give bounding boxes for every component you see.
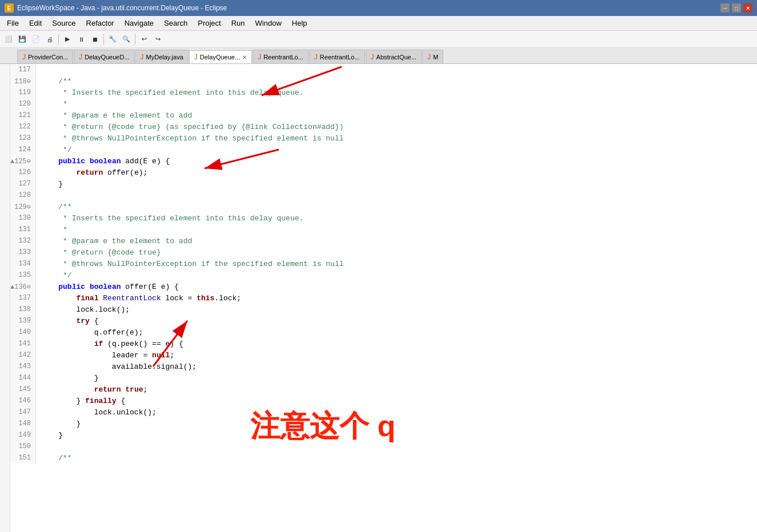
line-content: */ (36, 269, 757, 281)
table-row: 144 } (10, 372, 757, 384)
line-number: 147 (10, 406, 36, 418)
line-content: return true; (36, 384, 757, 395)
line-number: 138 (10, 304, 36, 315)
toolbar-btn-6[interactable]: ⏸ (75, 33, 87, 46)
table-row: 133 * @return {@code true} (10, 247, 757, 258)
line-content: * Inserts the specified element into thi… (36, 87, 757, 98)
tab-reentrantlo2[interactable]: J ReentrantLo... (309, 50, 365, 63)
table-row: 148 } (10, 418, 757, 429)
table-row: 130 * Inserts the specified element into… (10, 212, 757, 224)
line-content: try { (36, 315, 757, 327)
line-number: 134 (10, 258, 36, 269)
tab-java-icon: J (371, 53, 374, 61)
line-content (36, 441, 757, 452)
maximize-button[interactable]: □ (732, 3, 741, 13)
tab-java-icon: J (427, 53, 431, 61)
line-content: * @throws NullPointerException if the sp… (36, 132, 757, 144)
toolbar-btn-11[interactable]: ↪ (151, 33, 164, 46)
minimize-button[interactable]: ─ (720, 3, 730, 13)
menu-edit[interactable]: Edit (25, 16, 46, 30)
line-content: } (36, 178, 757, 190)
line-content: /** (36, 75, 757, 87)
line-number: 143 (10, 361, 36, 372)
line-content: } (36, 429, 757, 441)
line-content: */ (36, 144, 757, 155)
line-number: 141 (10, 338, 36, 349)
toolbar-sep-3 (135, 34, 135, 45)
menu-run[interactable]: Run (227, 16, 250, 30)
toolbar-btn-9[interactable]: 🔍 (120, 33, 133, 46)
line-content: * (36, 98, 757, 110)
table-row: 128 (10, 190, 757, 201)
line-content: return offer(e); (36, 167, 757, 178)
table-row: 145 return true; (10, 384, 757, 395)
toolbar-btn-8[interactable]: 🔧 (106, 33, 119, 46)
table-row: 120 * (10, 98, 757, 110)
tab-label: ReentrantLo... (320, 54, 360, 61)
line-number: 123 (10, 132, 36, 144)
menu-bar: File Edit Source Refactor Navigate Searc… (0, 16, 757, 31)
line-number: 127 (10, 178, 36, 190)
line-content: available.signal(); (36, 361, 757, 372)
line-number: 118⊖ (10, 75, 36, 87)
tab-label: ProviderCon... (28, 54, 68, 61)
line-number: 121 (10, 110, 36, 121)
line-number: 146 (10, 395, 36, 406)
line-number: 122 (10, 121, 36, 132)
menu-navigate[interactable]: Navigate (120, 16, 158, 30)
code-editor[interactable]: 117 118⊖ /** 119 * Inserts the specified… (10, 64, 757, 532)
menu-search[interactable]: Search (159, 16, 192, 30)
close-window-button[interactable]: ✕ (743, 3, 752, 13)
line-content: * @return {@code true} (as specified by … (36, 121, 757, 132)
line-content: * @return {@code true} (36, 247, 757, 258)
tab-reentrantlo1[interactable]: J ReentrantLo... (253, 50, 309, 63)
tab-providercorn[interactable]: J ProviderCon... (17, 50, 73, 63)
table-row: 149 } (10, 429, 757, 441)
table-row: 140 q.offer(e); (10, 327, 757, 338)
table-row: 121 * @param e the element to add (10, 110, 757, 121)
menu-refactor[interactable]: Refactor (82, 16, 119, 30)
table-row: 137 final ReentrantLock lock = this.lock… (10, 292, 757, 304)
table-row: 129⊖ /** (10, 201, 757, 212)
table-row: 147 lock.unlock(); (10, 406, 757, 418)
toolbar-btn-4[interactable]: 🖨 (43, 33, 56, 46)
tab-java-icon: J (141, 53, 144, 61)
line-content (36, 64, 757, 75)
line-content: lock.unlock(); (36, 406, 757, 418)
line-number: 132 (10, 235, 36, 247)
menu-help[interactable]: Help (287, 16, 312, 30)
table-row: 135 */ (10, 269, 757, 281)
toolbar-btn-2[interactable]: 💾 (16, 33, 29, 46)
table-row: 119 * Inserts the specified element into… (10, 87, 757, 98)
table-row: 126 return offer(e); (10, 167, 757, 178)
table-row: 127 } (10, 178, 757, 190)
menu-project[interactable]: Project (193, 16, 225, 30)
table-row: ▲125⊖ public boolean add(E e) { (10, 155, 757, 167)
menu-source[interactable]: Source (47, 16, 80, 30)
app-icon: E (5, 3, 14, 13)
menu-file[interactable]: File (2, 16, 23, 30)
line-content (36, 190, 757, 201)
toolbar-btn-1[interactable]: ⬜ (2, 33, 15, 46)
table-row: 124 */ (10, 144, 757, 155)
toolbar-btn-3[interactable]: 📄 (30, 33, 42, 46)
toolbar-btn-5[interactable]: ▶ (61, 33, 74, 46)
toolbar-btn-7[interactable]: ⏹ (89, 33, 101, 46)
line-number: 129⊖ (10, 201, 36, 212)
tab-delayqueue-active[interactable]: J DelayQueue... ✕ (189, 50, 252, 64)
line-number: 124 (10, 144, 36, 155)
tab-abstractque[interactable]: J AbstractQue... (366, 50, 422, 63)
table-row: 118⊖ /** (10, 75, 757, 87)
line-number: 142 (10, 349, 36, 361)
line-number: 135 (10, 269, 36, 281)
tab-label: DelayQueue... (200, 54, 240, 61)
menu-window[interactable]: Window (251, 16, 286, 30)
tab-delayqueued[interactable]: J DelayQueueD... (74, 50, 134, 63)
line-content: } finally { (36, 395, 757, 406)
toolbar-btn-10[interactable]: ↩ (138, 33, 150, 46)
tab-m[interactable]: J M (422, 50, 443, 63)
line-number: 120 (10, 98, 36, 110)
table-row: 134 * @throws NullPointerException if th… (10, 258, 757, 269)
tab-mydelay[interactable]: J MyDelay.java (135, 50, 189, 63)
tab-close-icon[interactable]: ✕ (242, 54, 247, 61)
